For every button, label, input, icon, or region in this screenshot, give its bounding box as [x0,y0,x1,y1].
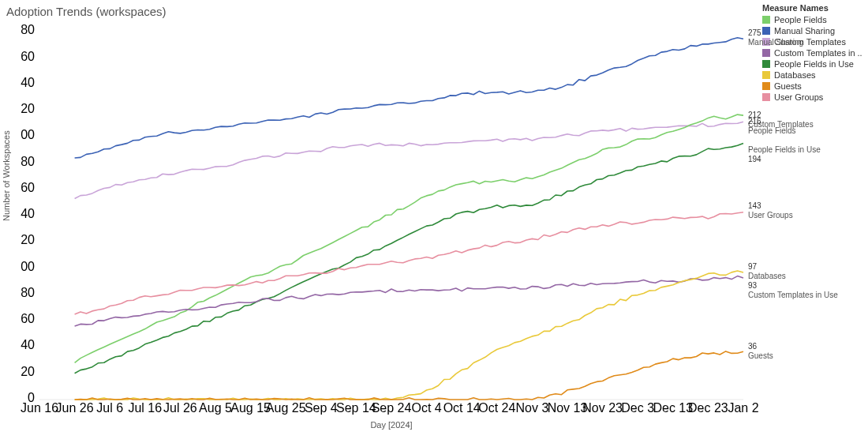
x-tick-label: Sep 14 [336,401,376,415]
y-tick-label: 200 [21,128,35,141]
y-tick-label: 20 [21,365,35,378]
x-tick-label: Jun 16 [21,401,58,415]
y-tick-label: 120 [21,233,35,246]
x-axis-label: Day [2024] [370,420,412,430]
series-end-label: Databases [748,272,786,280]
x-tick-label: Aug 5 [199,401,232,415]
series-end-label: People Fields in Use [748,145,821,154]
x-tick-label: Jun 26 [56,401,94,415]
series-end-label: People Fields [748,126,796,135]
x-tick-label: Oct 24 [478,401,515,415]
y-tick-label: 40 [21,338,35,351]
chart-plot-area: 020406080100120140160180200220240260280J… [21,22,862,433]
y-tick-label: 220 [21,102,35,115]
series-line [75,212,743,314]
x-tick-label: Jan 2 [728,401,758,415]
series-end-value: 36 [748,342,758,351]
x-tick-label: Aug 15 [230,401,271,415]
x-tick-label: Oct 14 [443,401,481,415]
series-end-value: 216 [748,117,761,126]
series-end-label: Manual Sharing [748,38,803,47]
y-tick-label: 260 [21,50,35,63]
series-end-label: Guests [748,351,773,360]
x-tick-label: Jul 16 [128,401,162,415]
legend-title: Measure Names [762,3,862,13]
x-tick-label: Nov 23 [582,401,623,415]
y-tick-label: 180 [21,155,35,168]
y-tick-label: 240 [21,76,35,89]
y-tick-label: 60 [21,312,35,325]
x-tick-label: Sep 24 [372,401,412,415]
x-tick-label: Dec 23 [688,401,728,415]
x-tick-label: Sep 4 [305,401,338,415]
x-tick-label: Nov 13 [548,401,588,415]
series-end-value: 93 [748,281,758,290]
series-line [75,351,743,400]
series-end-value: 97 [748,262,758,271]
y-tick-label: 100 [21,260,35,273]
series-end-value: 275 [748,28,761,37]
series-end-label: User Groups [748,211,793,220]
y-tick-label: 140 [21,207,35,220]
series-line [75,276,743,326]
y-tick-label: 280 [21,23,35,36]
x-tick-label: Nov 3 [516,401,549,415]
x-tick-label: Dec 3 [621,401,654,415]
x-tick-label: Aug 25 [266,401,306,415]
x-tick-label: Jul 26 [163,401,197,415]
y-axis-label: Number of Workspaces [2,130,11,221]
x-tick-label: Dec 13 [653,401,693,415]
y-tick-label: 160 [21,181,35,194]
series-line [75,115,743,362]
series-line [75,143,743,373]
chart-title: Adoption Trends (workspaces) [6,5,166,18]
series-end-value: 143 [748,201,761,210]
series-end-value: 194 [748,155,761,163]
y-tick-label: 80 [21,286,35,299]
series-end-label: Custom Templates in Use [748,291,838,299]
x-tick-label: Oct 4 [411,401,441,415]
series-line [75,38,743,158]
x-tick-label: Jul 6 [96,401,123,415]
